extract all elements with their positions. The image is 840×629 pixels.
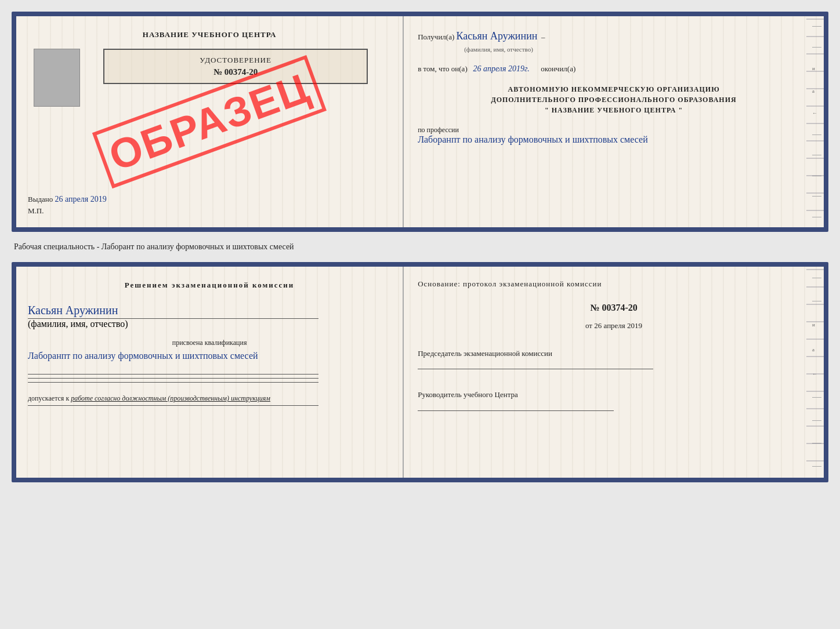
doc2-chairman-label: Председатель экзаменационной комиссии xyxy=(418,348,810,360)
doc2-left: Решением экзаменационной комиссии Касьян… xyxy=(16,267,404,478)
doc2-qualification-label: присвоена квалификация xyxy=(28,337,391,348)
tick-a5 xyxy=(812,443,821,443)
org-line3: " НАЗВАНИЕ УЧЕБНОГО ЦЕНТРА " xyxy=(418,105,810,115)
issued-date: 26 апреля 2019 xyxy=(55,195,107,203)
mp-line: М.П. xyxy=(28,206,44,216)
profession-block: по профессии Лаборанпт по анализу формов… xyxy=(418,126,810,145)
completed-prefix: в том, что он(а) xyxy=(418,64,468,73)
side-decoration-2: и а ← xyxy=(812,267,821,478)
doc2-director-line xyxy=(418,410,614,411)
line1 xyxy=(28,374,318,375)
tick4 xyxy=(812,155,821,155)
org-line2: ДОПОЛНИТЕЛЬНОГО ПРОФЕССИОНАЛЬНОГО ОБРАЗО… xyxy=(418,94,810,105)
document-card-1: НАЗВАНИЕ УЧЕБНОГО ЦЕНТРА УДОСТОВЕРЕНИЕ №… xyxy=(12,12,828,232)
doc2-admission-line xyxy=(28,405,318,406)
doc2-right: Основание: протокол экзаменационной коми… xyxy=(404,267,824,478)
doc2-protocol-date-prefix: от xyxy=(585,321,592,330)
line3 xyxy=(28,382,318,383)
doc2-protocol-date-row: от 26 апреля 2019 xyxy=(418,321,810,330)
certificate-number: № 00374-20 xyxy=(114,67,357,77)
tick2 xyxy=(812,47,821,48)
tick-a4 xyxy=(812,420,821,421)
tick-и: и xyxy=(812,66,821,71)
tick-и2: и xyxy=(812,322,821,328)
completed-row: в том, что он(а) 26 апреля 2019г. окончи… xyxy=(418,63,810,75)
doc2-qualification-block: присвоена квалификация Лаборанпт по анал… xyxy=(28,337,391,361)
tick1 xyxy=(812,26,821,27)
issued-line: Выдано 26 апреля 2019 xyxy=(28,195,107,204)
doc2-protocol-date: 26 апреля 2019 xyxy=(594,321,642,330)
received-label: Получил(а) xyxy=(418,32,454,41)
doc2-protocol-number: № 00374-20 xyxy=(418,303,810,313)
profession-label: по профессии xyxy=(418,126,459,134)
tick6 xyxy=(812,196,821,197)
doc2-basis-label: Основание: протокол экзаменационной коми… xyxy=(418,278,810,290)
doc2-decision-label: Решением экзаменационной комиссии xyxy=(28,281,391,290)
doc2-person-block: Касьян Аружинин (фамилия, имя, отчество) xyxy=(28,304,391,329)
doc1-left: НАЗВАНИЕ УЧЕБНОГО ЦЕНТРА УДОСТОВЕРЕНИЕ №… xyxy=(16,16,404,227)
doc2-lines-block xyxy=(28,370,318,386)
tick-a2 xyxy=(812,301,821,301)
tick-a6 xyxy=(812,466,821,467)
line2 xyxy=(28,378,318,379)
side-decoration: и а ← xyxy=(812,16,821,227)
org-block: АВТОНОМНУЮ НЕКОММЕРЧЕСКУЮ ОРГАНИЗАЦИЮ ДО… xyxy=(418,84,810,115)
doc2-admission-block: допускается к работе согласно должностны… xyxy=(28,394,391,403)
org-line1: АВТОНОМНУЮ НЕКОММЕРЧЕСКУЮ ОРГАНИЗАЦИЮ xyxy=(418,84,810,94)
doc2-qualification-handwritten: Лаборанпт по анализу формовочных и шихтп… xyxy=(28,351,391,361)
certificate-box: УДОСТОВЕРЕНИЕ № 00374-20 xyxy=(103,49,368,84)
doc2-admission-label: допускается к xyxy=(28,394,69,402)
doc1-training-center-title: НАЗВАНИЕ УЧЕБНОГО ЦЕНТРА xyxy=(143,30,277,39)
tick-а2: а xyxy=(812,347,821,352)
name-subtitle: (фамилия, имя, отчество) xyxy=(464,45,810,55)
doc2-person-name: Касьян Аружинин xyxy=(28,304,118,317)
tick-a1 xyxy=(812,278,821,278)
completed-suffix: окончил(а) xyxy=(541,64,575,73)
page-container: НАЗВАНИЕ УЧЕБНОГО ЦЕНТРА УДОСТОВЕРЕНИЕ №… xyxy=(12,12,828,482)
between-text: Рабочая специальность - Лаборант по анал… xyxy=(12,239,828,255)
doc2-admission-text: работе согласно должностным (производств… xyxy=(71,394,270,402)
issued-label: Выдано xyxy=(28,195,53,203)
certificate-label: УДОСТОВЕРЕНИЕ xyxy=(114,56,357,65)
doc2-name-subtitle: (фамилия, имя, отчество) xyxy=(28,319,391,329)
completed-date: 26 апреля 2019г. xyxy=(473,64,529,73)
doc2-chairman-line xyxy=(418,369,653,369)
doc2-chairman-block: Председатель экзаменационной комиссии xyxy=(418,348,810,370)
received-row: Получил(а) Касьян Аружинин – (фамилия, и… xyxy=(418,28,810,54)
tick-arrow: ← xyxy=(812,110,821,116)
received-name: Касьян Аружинин xyxy=(457,30,538,42)
tick7 xyxy=(812,217,821,217)
document-card-2: Решением экзаменационной комиссии Касьян… xyxy=(12,262,828,482)
doc1-right: Получил(а) Касьян Аружинин – (фамилия, и… xyxy=(404,16,824,227)
doc2-director-label: Руководитель учебного Центра xyxy=(418,389,810,401)
doc2-director-block: Руководитель учебного Центра xyxy=(418,389,810,411)
photo-placeholder xyxy=(34,49,80,107)
tick-а: а xyxy=(812,88,821,94)
tick3 xyxy=(812,134,821,135)
tick5 xyxy=(812,176,821,176)
tick-arrow2: ← xyxy=(812,371,821,377)
profession-handwritten: Лаборанпт по анализу формовочных и шихтп… xyxy=(418,134,648,144)
tick-a3 xyxy=(812,397,821,398)
